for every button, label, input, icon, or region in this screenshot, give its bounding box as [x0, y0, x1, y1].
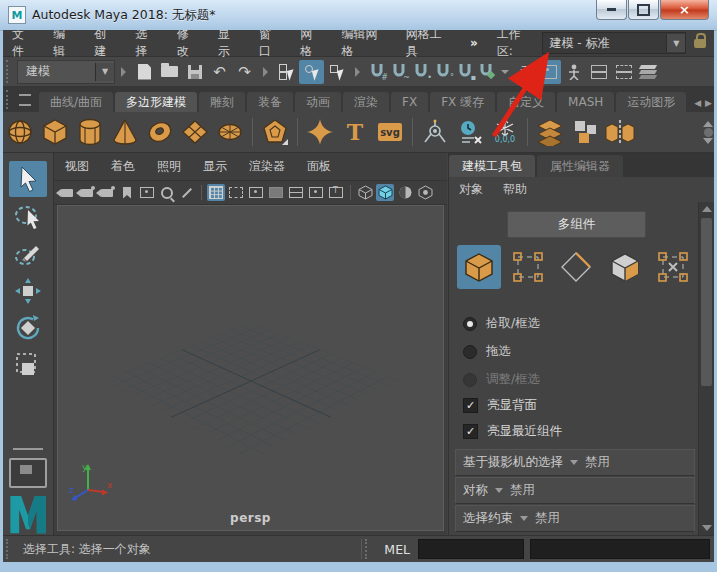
grease-pencil-button[interactable] — [178, 184, 196, 201]
shelf-tab-rendering[interactable]: 渲染 — [343, 92, 389, 112]
menu-display[interactable]: 显示 — [209, 30, 250, 60]
super-shape-button[interactable] — [305, 117, 335, 147]
drag-handle[interactable] — [6, 90, 12, 109]
workspace-lock-icon[interactable] — [694, 39, 706, 48]
input-connections-button[interactable] — [536, 60, 561, 84]
shelf-tab-next-icon[interactable]: ▶ — [705, 98, 712, 108]
snap-to-view-plane-button[interactable]: ▪ — [456, 62, 474, 82]
film-gate-button[interactable] — [227, 184, 245, 201]
lasso-tool-button[interactable] — [9, 198, 47, 234]
textured-mode-button[interactable] — [396, 184, 414, 201]
pan-zoom-button[interactable] — [158, 184, 176, 201]
panel-menu-shading[interactable]: 着色 — [100, 158, 146, 175]
edge-mode-button[interactable] — [554, 245, 598, 289]
workspace-dropdown[interactable]: 建模 - 标准 ▼ — [542, 32, 687, 54]
radio-pick-marquee[interactable]: 拾取/框选 — [463, 315, 540, 332]
gate-mask-button[interactable] — [267, 184, 285, 201]
scroll-grip-icon[interactable] — [704, 128, 713, 137]
shelf-scroll-control[interactable] — [703, 121, 713, 144]
drag-handle[interactable] — [365, 539, 371, 559]
shelf-tab-mash[interactable]: MASH — [557, 92, 614, 112]
image-plane-button[interactable] — [138, 184, 156, 201]
shelf-tab-motion-graphics[interactable]: 运动图形 — [616, 92, 686, 112]
menu-file[interactable]: 文件 — [3, 30, 44, 60]
layer-editor-button[interactable] — [636, 60, 661, 84]
radio-drag-select[interactable]: 拖选 — [463, 343, 511, 360]
shelf-menu-icon[interactable] — [19, 94, 31, 106]
bookmark-button[interactable] — [118, 184, 136, 201]
object-mode-button[interactable] — [457, 245, 501, 289]
svg-tool-button[interactable]: svg — [375, 117, 405, 147]
mel-output-field[interactable] — [530, 539, 710, 559]
symmetry-row[interactable]: 对称 禁用 — [455, 477, 695, 504]
safe-action-button[interactable] — [307, 184, 325, 201]
chevron-down-icon[interactable] — [501, 70, 509, 74]
select-object-button[interactable] — [299, 60, 324, 84]
smooth-mesh-button[interactable] — [535, 117, 565, 147]
viewport-canvas[interactable]: y x z persp — [57, 205, 444, 531]
close-button[interactable]: × — [660, 0, 709, 20]
resolution-gate-button[interactable] — [247, 184, 265, 201]
restore-button[interactable] — [628, 0, 659, 20]
panel-menu-show[interactable]: 显示 — [192, 158, 238, 175]
scroll-down-icon[interactable] — [703, 138, 713, 144]
menu-windows[interactable]: 窗口 — [250, 30, 291, 60]
default-material-button[interactable] — [416, 184, 434, 201]
shelf-tab-prev-icon[interactable]: ◀ — [694, 98, 701, 108]
mirror-button[interactable] — [605, 117, 635, 147]
paint-select-tool-button[interactable] — [9, 235, 47, 271]
make-live-button[interactable] — [478, 62, 496, 82]
select-tool-button[interactable] — [9, 161, 47, 197]
save-scene-button[interactable] — [182, 60, 207, 84]
rotate-tool-button[interactable] — [9, 310, 47, 346]
channel-box-button[interactable] — [586, 60, 611, 84]
panel-menu-lighting[interactable]: 照明 — [146, 158, 192, 175]
drag-handle[interactable] — [6, 60, 12, 83]
section-collapse-icon[interactable] — [263, 67, 268, 77]
section-collapse-icon[interactable] — [121, 67, 126, 77]
section-collapse-icon[interactable] — [355, 67, 360, 77]
type-tool-button[interactable]: T — [340, 117, 370, 147]
snap-to-grid-button[interactable]: # — [368, 62, 386, 82]
toolkit-menu-objects[interactable]: 对象 — [449, 181, 493, 198]
poly-sphere-button[interactable] — [5, 117, 35, 147]
menu-modify[interactable]: 修改 — [168, 30, 209, 60]
checkbox-highlight-backfaces[interactable]: ✓ 亮显背面 — [463, 397, 537, 414]
menu-edit[interactable]: 编辑 — [44, 30, 85, 60]
shelf-tab-custom[interactable]: 自定义 — [497, 92, 555, 112]
menu-mesh[interactable]: 网格 — [291, 30, 332, 60]
chevron-down-icon[interactable] — [520, 516, 528, 521]
shelf-tab-sculpting[interactable]: 雕刻 — [199, 92, 245, 112]
grid-toggle-button[interactable] — [207, 184, 225, 201]
scrollbar-thumb[interactable] — [701, 218, 712, 386]
delete-history-button[interactable] — [455, 117, 485, 147]
uv-mode-button[interactable] — [651, 245, 695, 289]
shelf-tab-rigging[interactable]: 装备 — [247, 92, 293, 112]
lock-camera-button[interactable] — [78, 184, 96, 201]
panel-menu-renderer[interactable]: 渲染器 — [238, 158, 296, 175]
menu-create[interactable]: 创建 — [85, 30, 126, 60]
toolkit-menu-help[interactable]: 帮助 — [493, 181, 537, 198]
symmetry-value[interactable]: 无 — [520, 63, 532, 80]
poly-cone-button[interactable] — [110, 117, 140, 147]
freeze-transform-button[interactable]: 0,0,0 — [490, 117, 520, 147]
menu-mesh-tools[interactable]: 网格工具 — [397, 30, 461, 60]
poly-cylinder-button[interactable] — [75, 117, 105, 147]
platonic-solid-button[interactable] — [260, 117, 290, 147]
shaded-mode-button[interactable] — [376, 184, 394, 201]
shelf-tab-animation[interactable]: 动画 — [295, 92, 341, 112]
scroll-up-icon[interactable] — [703, 121, 713, 127]
vertical-scrollbar[interactable] — [698, 202, 714, 535]
chevron-down-icon[interactable] — [570, 460, 578, 465]
tab-attribute-editor[interactable]: 属性编辑器 — [537, 155, 623, 177]
undo-button[interactable]: ↶ — [207, 60, 232, 84]
shelf-tab-poly-modeling[interactable]: 多边形建模 — [115, 92, 197, 112]
poly-cube-button[interactable] — [40, 117, 70, 147]
panel-menu-panels[interactable]: 面板 — [296, 158, 342, 175]
menu-select[interactable]: 选择 — [127, 30, 168, 60]
poly-plane-button[interactable] — [180, 117, 210, 147]
menu-set-dropdown[interactable]: 建模 ▼ — [17, 60, 115, 84]
camera-attributes-button[interactable] — [98, 184, 116, 201]
menu-overflow-indicator[interactable]: » — [461, 36, 487, 50]
chevron-down-icon[interactable] — [495, 488, 503, 493]
